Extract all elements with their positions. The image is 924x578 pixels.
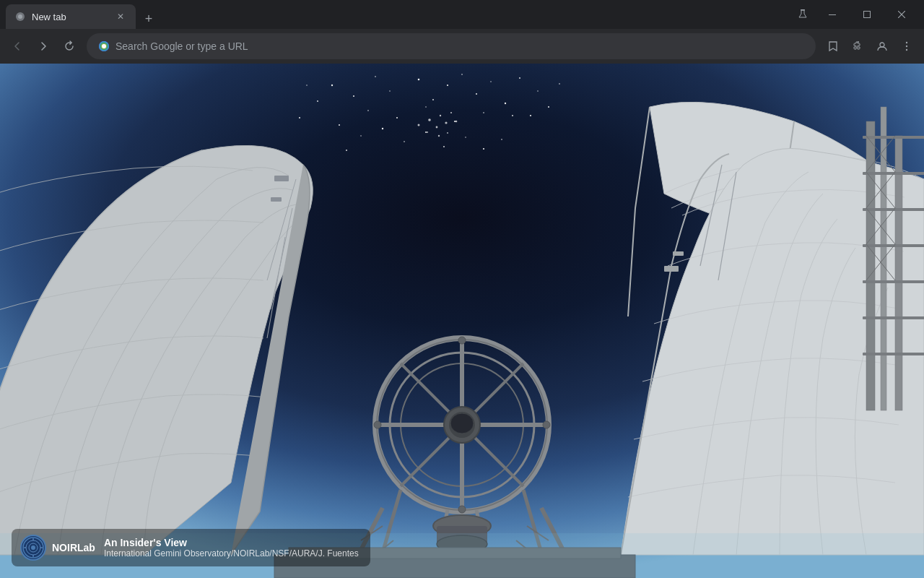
svg-point-104 [374, 421, 381, 428]
svg-point-20 [432, 99, 434, 100]
attribution-overlay: NOIRLab An Insider's View International … [12, 529, 370, 566]
svg-point-22 [461, 74, 463, 75]
svg-point-17 [353, 95, 354, 97]
tab-favicon [14, 11, 26, 22]
new-tab-button[interactable]: + [139, 9, 159, 29]
svg-point-52 [440, 115, 441, 116]
svg-point-21 [447, 85, 448, 86]
chrome-labs-button[interactable] [791, 3, 814, 26]
svg-rect-76 [863, 280, 924, 283]
noirlab-logo: NOIRLab [20, 535, 95, 561]
svg-point-13 [906, 49, 907, 51]
svg-point-15 [331, 85, 333, 86]
attribution-title: An Insider's View [104, 537, 359, 548]
active-tab[interactable]: New tab ✕ [6, 4, 136, 29]
svg-rect-3 [829, 14, 836, 15]
svg-point-42 [346, 150, 347, 151]
svg-point-47 [317, 100, 318, 102]
maximize-button[interactable] [850, 3, 884, 26]
google-icon [98, 40, 110, 52]
tab-close-button[interactable]: ✕ [114, 10, 127, 23]
svg-point-31 [483, 112, 484, 113]
observatory-scene [0, 64, 924, 578]
attribution-text: An Insider's View International Gemini O… [104, 537, 359, 558]
svg-point-11 [906, 42, 907, 43]
svg-point-48 [306, 85, 307, 85]
svg-point-36 [404, 141, 405, 142]
svg-point-27 [367, 110, 369, 111]
svg-point-18 [389, 90, 390, 91]
svg-rect-63 [274, 176, 289, 181]
close-button[interactable] [885, 3, 918, 26]
svg-point-37 [425, 131, 427, 133]
svg-rect-78 [863, 353, 924, 355]
svg-point-43 [537, 90, 538, 91]
svg-point-19 [418, 79, 420, 81]
svg-point-41 [501, 139, 502, 140]
svg-point-10 [880, 43, 884, 47]
profile-button[interactable] [871, 35, 894, 58]
bookmark-button[interactable] [821, 35, 845, 58]
svg-rect-77 [863, 316, 924, 319]
address-text: Search Google or type a URL [116, 40, 804, 52]
svg-point-125 [31, 545, 35, 550]
svg-point-57 [427, 131, 428, 133]
toolbar-actions [821, 35, 918, 58]
tab-strip: New tab ✕ + [6, 0, 791, 29]
minimize-button[interactable] [816, 3, 849, 26]
noirlab-name: NOIRLab [52, 542, 95, 553]
svg-point-45 [559, 83, 560, 85]
svg-point-53 [436, 126, 438, 129]
forward-button[interactable] [32, 35, 55, 58]
svg-point-55 [450, 112, 452, 113]
svg-point-16 [375, 76, 376, 77]
svg-point-50 [418, 124, 420, 126]
svg-point-23 [476, 93, 477, 95]
svg-point-105 [543, 421, 550, 428]
svg-point-33 [339, 124, 340, 126]
svg-point-38 [443, 146, 445, 147]
svg-point-9 [102, 44, 106, 48]
back-button[interactable] [6, 35, 29, 58]
svg-point-12 [906, 46, 907, 47]
svg-point-49 [299, 117, 300, 118]
svg-point-44 [548, 106, 549, 108]
svg-point-32 [512, 115, 513, 116]
svg-point-51 [428, 118, 431, 121]
window-controls [791, 3, 918, 26]
svg-point-102 [458, 337, 466, 344]
svg-rect-4 [864, 12, 871, 18]
svg-point-28 [396, 117, 398, 118]
svg-rect-66 [673, 251, 684, 256]
noirlab-icon [20, 535, 46, 561]
svg-point-56 [456, 121, 458, 123]
svg-point-24 [490, 81, 491, 82]
content-area: NOIRLab An Insider's View International … [0, 64, 924, 578]
reload-button[interactable] [58, 35, 81, 58]
svg-rect-64 [271, 197, 282, 202]
extensions-button[interactable] [846, 35, 869, 58]
svg-point-59 [447, 132, 448, 134]
toolbar: Search Google or type a URL [0, 29, 924, 64]
svg-point-25 [505, 103, 506, 104]
attribution-subtitle: International Gemini Observatory/NOIRLab… [104, 548, 359, 558]
svg-point-35 [382, 128, 383, 129]
svg-point-1 [18, 14, 22, 19]
svg-point-103 [458, 506, 466, 513]
svg-point-54 [445, 121, 447, 124]
svg-point-39 [465, 137, 466, 137]
svg-point-58 [438, 135, 440, 137]
title-bar: New tab ✕ + [0, 0, 924, 29]
svg-point-46 [530, 115, 531, 116]
address-bar[interactable]: Search Google or type a URL [87, 33, 816, 59]
svg-point-26 [519, 77, 520, 79]
svg-point-40 [483, 148, 484, 150]
tab-title: New tab [32, 12, 108, 22]
background-image: NOIRLab An Insider's View International … [0, 64, 924, 578]
svg-point-101 [450, 413, 474, 434]
svg-rect-69 [866, 121, 875, 410]
menu-button[interactable] [895, 35, 918, 58]
svg-point-34 [360, 135, 361, 136]
svg-rect-71 [895, 136, 902, 410]
svg-point-29 [425, 106, 426, 107]
